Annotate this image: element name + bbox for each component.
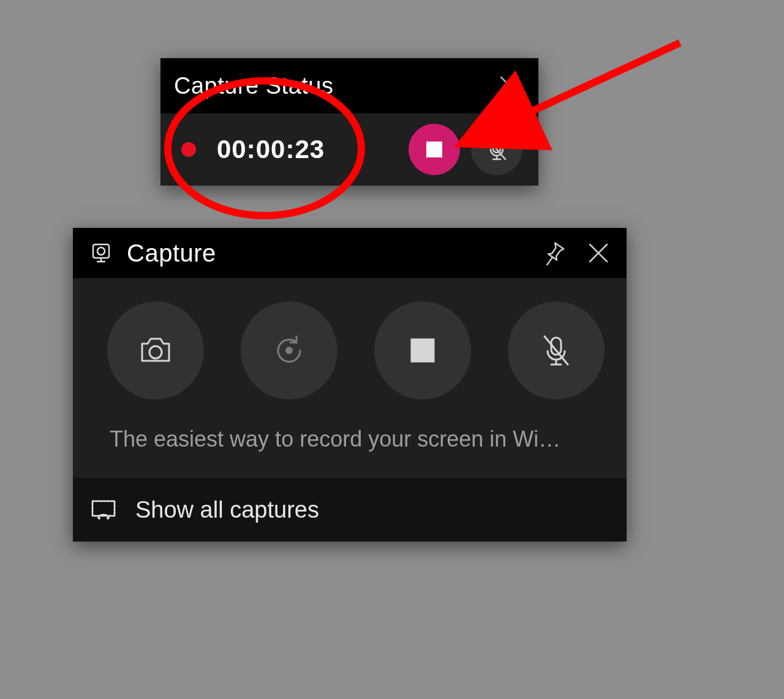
capture-panel-header: Capture bbox=[73, 228, 627, 278]
record-last-30-button[interactable] bbox=[241, 301, 337, 399]
capture-panel: Capture bbox=[73, 228, 627, 542]
capture-status-widget: Capture Status 00:00:23 bbox=[160, 58, 538, 186]
svg-point-8 bbox=[97, 247, 105, 255]
svg-rect-2 bbox=[426, 142, 442, 157]
svg-rect-15 bbox=[411, 339, 434, 362]
close-icon bbox=[497, 74, 522, 98]
close-icon bbox=[586, 241, 611, 265]
mic-toggle-button[interactable] bbox=[508, 301, 605, 399]
show-all-captures-label: Show all captures bbox=[135, 497, 319, 523]
capture-description: The easiest way to record your screen in… bbox=[107, 399, 605, 478]
close-button[interactable] bbox=[584, 238, 613, 268]
stop-icon bbox=[425, 140, 443, 159]
capture-status-header: Capture Status bbox=[160, 58, 538, 113]
pin-icon bbox=[542, 241, 567, 265]
svg-rect-7 bbox=[93, 244, 109, 258]
stop-recording-button[interactable] bbox=[409, 124, 460, 175]
svg-point-13 bbox=[149, 346, 162, 358]
mic-muted-icon bbox=[538, 333, 574, 368]
webcam-icon bbox=[90, 242, 112, 264]
stop-recording-button[interactable] bbox=[374, 301, 471, 399]
recording-timer: 00:00:23 bbox=[217, 135, 325, 164]
close-button[interactable] bbox=[494, 70, 525, 101]
recording-indicator-icon bbox=[181, 142, 196, 157]
svg-point-14 bbox=[285, 347, 293, 354]
annotation-arrow bbox=[521, 43, 680, 116]
gallery-icon bbox=[90, 496, 117, 523]
stop-icon bbox=[409, 336, 437, 365]
capture-status-body: 00:00:23 bbox=[160, 113, 538, 186]
capture-status-title: Capture Status bbox=[174, 73, 333, 99]
screenshot-button[interactable] bbox=[107, 301, 204, 399]
mic-toggle-button[interactable] bbox=[471, 124, 522, 175]
record-last-30-icon bbox=[271, 333, 307, 368]
capture-panel-title: Capture bbox=[127, 240, 525, 267]
svg-rect-20 bbox=[92, 501, 115, 516]
show-all-captures-button[interactable]: Show all captures bbox=[73, 478, 627, 542]
capture-panel-body: The easiest way to record your screen in… bbox=[73, 278, 627, 478]
camera-icon bbox=[138, 333, 173, 368]
pin-button[interactable] bbox=[540, 238, 569, 268]
capture-button-row bbox=[107, 301, 605, 399]
svg-rect-21 bbox=[92, 501, 115, 516]
mic-muted-icon bbox=[484, 137, 509, 162]
